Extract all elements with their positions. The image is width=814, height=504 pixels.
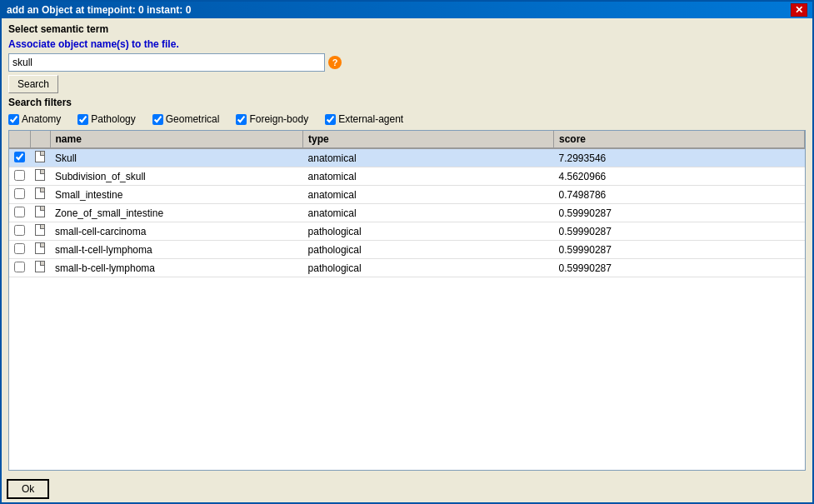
filter-item-pathology[interactable]: Pathology <box>77 113 135 125</box>
table-row[interactable]: Zone_of_small_intestineanatomical0.59990… <box>9 204 805 222</box>
row-name: Subdivision_of_skull <box>50 167 303 186</box>
row-icon-cell <box>30 186 50 204</box>
content-area: Select semantic term Associate object na… <box>2 18 812 476</box>
filter-checkbox-geometrical[interactable] <box>152 114 163 125</box>
row-checkbox[interactable] <box>14 170 25 181</box>
close-button[interactable]: ✕ <box>791 3 807 17</box>
row-checkbox[interactable] <box>14 225 25 236</box>
row-name: small-t-cell-lymphoma <box>50 241 303 259</box>
row-name: Skull <box>50 148 303 167</box>
row-score: 4.5620966 <box>554 167 805 186</box>
row-type: anatomical <box>303 148 554 167</box>
row-checkbox[interactable] <box>14 243 25 254</box>
row-name: small-b-cell-lymphoma <box>50 259 303 277</box>
window-title: add an Object at timepoint: 0 instant: 0 <box>7 4 191 16</box>
row-checkbox-cell <box>9 204 30 222</box>
col-header-score: score <box>554 131 805 148</box>
row-icon-cell <box>30 167 50 186</box>
row-icon-cell <box>30 259 50 277</box>
table-header: name type score <box>9 131 805 148</box>
filter-label-anatomy: Anatomy <box>22 113 61 125</box>
row-type: pathological <box>303 259 554 277</box>
document-icon <box>35 151 45 162</box>
row-icon-cell <box>30 148 50 167</box>
search-button-row: Search <box>8 75 806 93</box>
document-icon <box>35 206 45 217</box>
filter-item-external-agent[interactable]: External-agent <box>325 113 403 125</box>
row-name: small-cell-carcinoma <box>50 222 303 241</box>
document-icon <box>35 261 45 272</box>
filter-label-foreign-body: Foreign-body <box>249 113 308 125</box>
row-checkbox[interactable] <box>14 188 25 199</box>
row-type: anatomical <box>303 167 554 186</box>
row-score: 7.2993546 <box>554 148 805 167</box>
table-row[interactable]: small-cell-carcinomapathological0.599902… <box>9 222 805 241</box>
filter-checkbox-external-agent[interactable] <box>325 114 336 125</box>
row-checkbox[interactable] <box>14 207 25 217</box>
row-icon-cell <box>30 222 50 241</box>
footer: Ok <box>2 476 812 502</box>
row-icon-cell <box>30 241 50 259</box>
row-score: 0.59990287 <box>554 259 805 277</box>
col-header-name: name <box>50 131 303 148</box>
row-checkbox-cell <box>9 186 30 204</box>
document-icon <box>35 187 45 199</box>
table-row[interactable]: Skullanatomical7.2993546 <box>9 148 805 167</box>
row-name: Small_intestine <box>50 186 303 204</box>
row-checkbox-cell <box>9 259 30 277</box>
row-checkbox-cell <box>9 167 30 186</box>
search-row: ? <box>8 53 806 72</box>
row-type: pathological <box>303 241 554 259</box>
row-score: 0.59990287 <box>554 204 805 222</box>
row-icon-cell <box>30 204 50 222</box>
filter-checkbox-anatomy[interactable] <box>8 114 19 125</box>
filters-row: AnatomyPathologyGeometricalForeign-bodyE… <box>8 112 806 127</box>
filter-checkbox-foreign-body[interactable] <box>236 114 247 125</box>
filter-item-geometrical[interactable]: Geometrical <box>152 113 220 125</box>
row-type: anatomical <box>303 186 554 204</box>
row-checkbox-cell <box>9 241 30 259</box>
filter-item-anatomy[interactable]: Anatomy <box>8 113 61 125</box>
filters-section: Search filters AnatomyPathologyGeometric… <box>8 97 806 127</box>
row-name: Zone_of_small_intestine <box>50 204 303 222</box>
filter-checkbox-pathology[interactable] <box>77 114 88 125</box>
table-row[interactable]: Small_intestineanatomical0.7498786 <box>9 186 805 204</box>
row-score: 0.7498786 <box>554 186 805 204</box>
row-score: 0.59990287 <box>554 222 805 241</box>
document-icon <box>35 224 45 236</box>
row-checkbox[interactable] <box>14 152 25 162</box>
search-button[interactable]: Search <box>8 75 58 93</box>
document-icon <box>35 169 45 181</box>
document-icon <box>35 242 45 254</box>
col-header-type: type <box>303 131 554 148</box>
filter-item-foreign-body[interactable]: Foreign-body <box>236 113 308 125</box>
col-header-check <box>9 131 30 148</box>
table-row[interactable]: small-t-cell-lymphomapathological0.59990… <box>9 241 805 259</box>
help-icon[interactable]: ? <box>328 56 342 69</box>
results-table-container: name type score Skullanatomical7.2993546… <box>8 130 806 471</box>
ok-button[interactable]: Ok <box>7 479 49 499</box>
search-input[interactable] <box>8 53 325 72</box>
col-header-icon <box>30 131 50 148</box>
row-checkbox-cell <box>9 148 30 167</box>
table-row[interactable]: small-b-cell-lymphomapathological0.59990… <box>9 259 805 277</box>
section-title: Select semantic term <box>8 23 806 35</box>
filter-label-external-agent: External-agent <box>338 113 403 125</box>
filter-label-geometrical: Geometrical <box>166 113 220 125</box>
main-window: add an Object at timepoint: 0 instant: 0… <box>0 0 814 504</box>
table-body: Skullanatomical7.2993546Subdivision_of_s… <box>9 148 805 277</box>
row-checkbox[interactable] <box>14 262 25 272</box>
results-table: name type score Skullanatomical7.2993546… <box>9 131 805 277</box>
associate-label: Associate object name(s) to the file. <box>8 38 806 50</box>
filters-title: Search filters <box>8 97 806 108</box>
row-type: anatomical <box>303 204 554 222</box>
title-bar: add an Object at timepoint: 0 instant: 0… <box>2 2 812 18</box>
row-type: pathological <box>303 222 554 241</box>
filter-label-pathology: Pathology <box>91 113 135 125</box>
row-score: 0.59990287 <box>554 241 805 259</box>
row-checkbox-cell <box>9 222 30 241</box>
table-row[interactable]: Subdivision_of_skullanatomical4.5620966 <box>9 167 805 186</box>
